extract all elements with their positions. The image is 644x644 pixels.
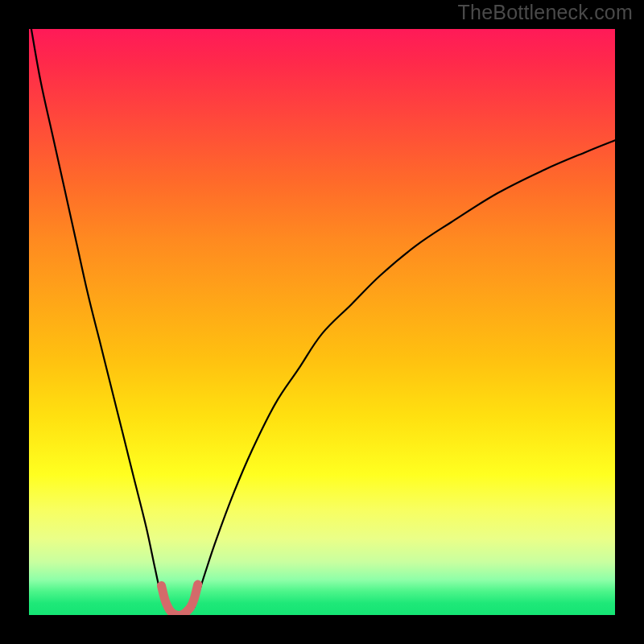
- curve-layer: [29, 29, 615, 615]
- plot-area: [29, 29, 615, 615]
- watermark-text: TheBottleneck.com: [458, 1, 633, 24]
- curve-trough-marker: [162, 584, 198, 615]
- curve-left-branch: [31, 29, 166, 608]
- curve-right-branch: [194, 140, 615, 607]
- chart-frame: TheBottleneck.com: [0, 0, 644, 644]
